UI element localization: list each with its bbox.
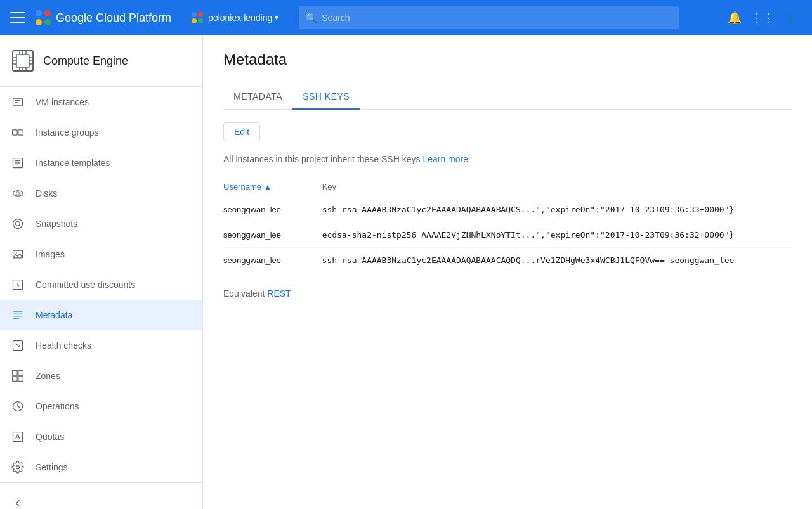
svg-rect-39 [13,371,18,376]
rest-link[interactable]: REST [267,288,291,299]
sidebar-item-zones[interactable]: Zones [0,361,202,391]
svg-rect-17 [13,130,18,135]
sidebar-item-metadata[interactable]: Metadata [0,300,202,330]
health-checks-icon [10,338,25,353]
sidebar-item-label: Disks [36,188,57,198]
sidebar-item-vm-instances[interactable]: VM instances [0,87,202,117]
svg-rect-14 [13,98,23,106]
table-row: seonggwan_lee ecdsa-sha2-nistp256 AAAAE2… [223,222,792,248]
learn-more-link[interactable]: Learn more [422,154,468,164]
account-icon[interactable]: 👤 [779,6,802,29]
collapse-icon [10,496,25,509]
sidebar-item-label: Images [36,249,65,259]
metadata-icon [10,307,25,323]
svg-point-24 [16,192,20,195]
sidebar-item-label: Operations [36,401,79,411]
svg-point-25 [13,219,23,229]
sidebar-item-label: Health checks [36,340,91,351]
svg-line-37 [16,344,18,347]
page-title: Metadata [223,51,792,68]
sidebar-item-health-checks[interactable]: Health checks [0,330,202,361]
inherit-description: All instances in this project inherit th… [223,154,792,164]
key-column-header: Key [322,177,792,197]
sidebar-title: Compute Engine [43,55,128,68]
username-cell: seonggwan_lee [223,248,322,273]
compute-engine-icon [10,48,36,74]
svg-text:%: % [15,281,20,288]
username-cell: seonggwan_lee [223,197,322,222]
operations-icon [10,399,25,414]
sidebar-item-quotas[interactable]: Quotas [0,422,202,452]
quotas-icon [10,429,25,444]
sort-asc-icon: ▲ [264,183,272,191]
svg-point-28 [15,252,16,254]
key-cell: ssh-rsa AAAAB3NzaC1yc2EAAAADAQABAAACAQDQ… [322,248,792,273]
svg-rect-1 [16,55,29,67]
apps-icon[interactable]: ⋮⋮ [751,6,774,29]
committed-use-icon: % [10,277,25,292]
sidebar-item-settings[interactable]: Settings [0,452,202,482]
sidebar-item-committed-use[interactable]: % Committed use discounts [0,269,202,300]
topbar: Google Cloud Platform poloniex lending ▾… [0,0,812,35]
sidebar-item-label: Snapshots [36,219,77,229]
key-cell: ecdsa-sha2-nistp256 AAAAE2VjZHNhLXNoYTIt… [322,222,792,248]
sidebar-collapse-button[interactable] [0,488,202,509]
svg-rect-42 [18,377,23,382]
svg-line-38 [19,345,20,347]
settings-icon [10,460,25,475]
sidebar-item-label: Committed use discounts [36,280,135,290]
vm-instances-icon [10,94,25,110]
sidebar-item-instance-templates[interactable]: Instance templates [0,148,202,178]
sidebar-item-label: Instance groups [36,127,99,138]
images-icon [10,247,25,262]
tab-metadata[interactable]: Metadata [223,84,292,109]
sidebar-item-label: Zones [36,371,60,381]
tab-ssh-keys[interactable]: SSH Keys [292,84,360,109]
equivalent-rest-section: Equivalent REST [223,288,792,299]
platform-name: Google Cloud Platform [56,11,171,25]
main-layout: Compute Engine VM instances Instance gro… [0,35,812,509]
chevron-down-icon: ▾ [275,13,278,22]
sidebar-item-label: Quotas [36,432,64,442]
sidebar-item-label: VM instances [36,97,89,107]
platform-logo: Google Cloud Platform [36,10,171,25]
logo-dots-icon [36,10,51,25]
table-row: seonggwan_lee ssh-rsa AAAAB3NzaC1yc2EAAA… [223,197,792,222]
sidebar-navigation: VM instances Instance groups Instance te… [0,87,202,482]
sidebar-item-label: Metadata [36,310,72,320]
sidebar-item-disks[interactable]: Disks [0,178,202,209]
svg-rect-44 [13,432,23,442]
disks-icon [10,186,25,201]
sidebar: Compute Engine VM instances Instance gro… [0,35,203,509]
project-selector[interactable]: poloniex lending ▾ [187,10,284,26]
zones-icon [10,368,25,383]
sidebar-header: Compute Engine [0,35,202,87]
sidebar-item-snapshots[interactable]: Snapshots [0,209,202,239]
tabs-container: Metadata SSH Keys [223,84,792,110]
svg-rect-40 [18,371,23,376]
sidebar-item-label: Instance templates [36,158,110,168]
ssh-keys-table: Username ▲ Key seonggwan_lee ssh-rsa AAA… [223,177,792,273]
snapshots-icon [10,216,25,231]
sidebar-item-label: Settings [36,462,68,472]
svg-rect-18 [18,130,23,135]
svg-rect-41 [13,377,18,382]
search-input[interactable] [299,6,679,29]
instance-templates-icon [10,155,25,171]
username-column-header[interactable]: Username ▲ [223,177,322,197]
sidebar-item-images[interactable]: Images [0,239,202,269]
notifications-icon[interactable]: 🔔 [723,6,746,29]
svg-point-46 [16,466,20,469]
topbar-right-actions: 🔔 ⋮⋮ 👤 [723,6,802,29]
edit-button[interactable]: Edit [223,122,260,141]
project-name: poloniex lending [208,13,272,23]
sidebar-item-operations[interactable]: Operations [0,391,202,422]
menu-button[interactable] [10,10,25,25]
key-cell: ssh-rsa AAAAB3NzaC1yc2EAAAADAQABAAABAQCS… [322,197,792,222]
main-content: Metadata Metadata SSH Keys Edit All inst… [203,35,812,509]
table-row: seonggwan_lee ssh-rsa AAAAB3NzaC1yc2EAAA… [223,248,792,273]
sidebar-footer [0,482,202,509]
search-icon: 🔍 [305,12,318,24]
instance-groups-icon [10,125,25,140]
sidebar-item-instance-groups[interactable]: Instance groups [0,117,202,148]
